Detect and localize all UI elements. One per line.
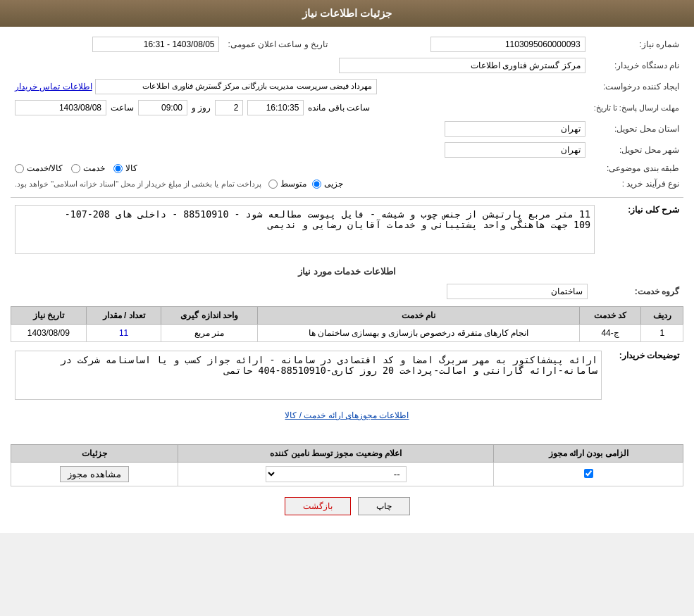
mojavez-section-title[interactable]: اطلاعات مجوزهای ارائه خدمت / کالا (285, 410, 409, 420)
tozihat-value (15, 351, 602, 400)
radio-kala-khadamat[interactable]: کالا/خدمت (15, 163, 63, 173)
tabaghebandi-label: طبقه بندی موضوعی: (590, 161, 683, 176)
col-radif: ردیف (641, 307, 683, 325)
cell-vaziat: -- (178, 463, 494, 486)
mohlat-label: مهلت ارسال پاسخ: تا تاریخ: (590, 97, 683, 118)
cell-kod: ج-44 (579, 325, 641, 342)
mohlat-date: 1403/08/08 (15, 100, 106, 115)
show-mojavez-button[interactable]: مشاهده مجوز (60, 466, 129, 482)
cell-vahed: متر مربع (161, 325, 258, 342)
cell-nam: انجام کارهای متفرقه درخصوص بازسازی و بهس… (258, 325, 580, 342)
col-kod: کد خدمت (579, 307, 641, 325)
shahr-label: شهر محل تحویل: (590, 139, 683, 161)
cell-tedad: 11 (86, 325, 161, 342)
baqi-label: ساعت باقی مانده (308, 103, 370, 113)
page-title: جزئیات اطلاعات نیاز (302, 7, 392, 19)
cell-elzami (494, 463, 683, 486)
noeFarayand-label: نوع فرآیند خرید : (590, 176, 683, 191)
col-vaziat: اعلام وضعیت مجوز توسط نامین کننده (178, 445, 494, 463)
namDastgah-label: نام دستگاه خریدار: (590, 55, 683, 76)
farayand-note: پرداخت تمام یا بخشی از مبلغ خریدار از مح… (15, 180, 261, 189)
cell-tarikh: 1403/08/09 (11, 325, 87, 342)
tarikh-value: 1403/08/05 - 16:31 (92, 37, 219, 52)
roz-label: روز و (192, 103, 211, 113)
radio-jozi[interactable]: جزیی (312, 179, 343, 189)
vaziat-select[interactable]: -- (266, 466, 407, 482)
ostan-label: استان محل تحویل: (590, 118, 683, 139)
cell-radif: 1 (641, 325, 683, 342)
table-row: 1 ج-44 انجام کارهای متفرقه درخصوص بازساز… (11, 325, 683, 342)
ijadKonande-link[interactable]: اطلاعات تماس خریدار (15, 82, 92, 92)
permissions-row: -- مشاهده مجوز (11, 463, 683, 486)
tozihat-label: توضیحات خریدار: (606, 348, 683, 405)
bottom-buttons: بازگشت چاپ (11, 497, 683, 515)
mojavez-table: الزامی بودن ارائه مجوز اعلام وضعیت مجوز … (11, 444, 683, 486)
mohlat-baqi-value: 16:10:35 (247, 100, 304, 115)
mohlat-roz-value: 2 (215, 100, 243, 115)
shomareNiaz-label: شماره نیاز: (590, 34, 683, 55)
garohKhadamat-label: گروه خدمت: (592, 281, 683, 302)
print-button[interactable]: چاپ (358, 497, 410, 515)
cell-details-btn[interactable]: مشاهده مجوز (11, 463, 178, 486)
radio-motavasset[interactable]: متوسط (268, 179, 306, 189)
col-vahed: واحد اندازه گیری (161, 307, 258, 325)
saat-label: ساعت (111, 103, 134, 113)
col-tedad: تعداد / مقدار (86, 307, 161, 325)
shahr-value: تهران (445, 142, 585, 158)
shomareNiaz-value: 1103095060000093 (430, 37, 585, 52)
radio-khadamat[interactable]: خدمت (71, 163, 105, 173)
garohKhadamat-value: ساختمان (447, 284, 588, 299)
sharhKolli-value (15, 205, 595, 254)
col-elzami: الزامی بودن ارائه مجوز (494, 445, 683, 463)
ijadKonande-label: ایجاد کننده درخواست: (590, 76, 683, 97)
sharhKolli-label: شرح کلی نیاز: (599, 202, 683, 259)
col-nam: نام خدمت (258, 307, 580, 325)
ijadKonande-value: مهرداد فیضی سرپرست مدیریت بازرگانی مرکز … (95, 79, 377, 94)
khadamat-table: ردیف کد خدمت نام خدمت واحد اندازه گیری ت… (11, 306, 683, 342)
khadamat-section-title: اطلاعات خدمات مورد نیاز (11, 266, 683, 277)
radio-kala[interactable]: کالا (113, 163, 137, 173)
tarikh-label: تاریخ و ساعت اعلان عمومی: (223, 34, 332, 55)
ostan-value: تهران (445, 121, 585, 137)
namDastgah-value: مرکز گسترش فناوری اطلاعات (339, 58, 585, 73)
page-header: جزئیات اطلاعات نیاز (0, 0, 694, 27)
mohlat-saat-value: 09:00 (138, 100, 187, 115)
back-button[interactable]: بازگشت (285, 497, 351, 515)
col-details: جزئیات (11, 445, 178, 463)
col-tarikh: تاریخ نیاز (11, 307, 87, 325)
